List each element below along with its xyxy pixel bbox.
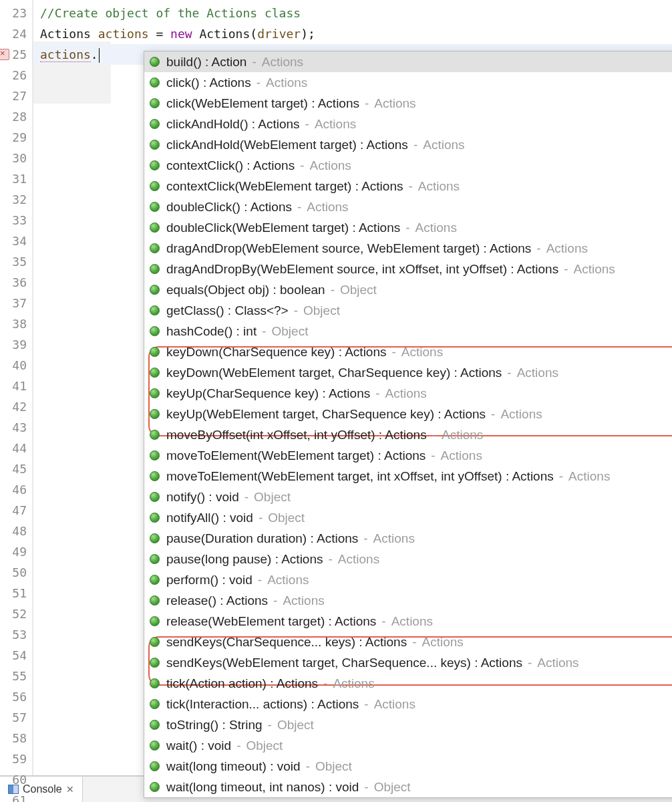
- method-icon: [150, 57, 160, 67]
- line-number: 33: [0, 210, 32, 231]
- line-number: 59: [0, 749, 32, 769]
- autocomplete-item[interactable]: contextClick() : Actions-Actions: [144, 155, 672, 176]
- autocomplete-item[interactable]: keyUp(CharSequence key) : Actions-Action…: [144, 383, 672, 404]
- line-number: 49: [0, 541, 32, 562]
- method-signature: click() : Actions: [166, 76, 251, 90]
- autocomplete-item[interactable]: dragAndDrop(WebElement source, WebElemen…: [144, 238, 672, 259]
- method-signature: toString() : String: [166, 718, 263, 732]
- autocomplete-item[interactable]: wait(long timeout) : void-Object: [144, 756, 672, 777]
- autocomplete-item[interactable]: perform() : void-Actions: [144, 569, 672, 590]
- autocomplete-item[interactable]: hashCode() : int-Object: [144, 321, 672, 342]
- autocomplete-item[interactable]: clickAndHold() : Actions-Actions: [144, 114, 672, 134]
- method-icon: [150, 450, 160, 460]
- autocomplete-item[interactable]: toString() : String-Object: [144, 714, 672, 735]
- line-number: 57: [0, 707, 32, 728]
- autocomplete-item[interactable]: moveByOffset(int xOffset, int yOffset) :…: [144, 424, 672, 445]
- method-signature: contextClick() : Actions: [166, 158, 295, 173]
- declaring-class: Object: [254, 490, 291, 505]
- autocomplete-item[interactable]: keyDown(WebElement target, CharSequence …: [144, 362, 672, 383]
- autocomplete-item[interactable]: tick(Interaction... actions) : Actions-A…: [144, 694, 672, 714]
- autocomplete-item[interactable]: contextClick(WebElement target) : Action…: [144, 176, 672, 196]
- declaring-class: Actions: [315, 117, 356, 132]
- method-signature: keyDown(CharSequence key) : Actions: [166, 345, 387, 360]
- method-signature: moveToElement(WebElement target, int xOf…: [166, 469, 554, 484]
- autocomplete-item[interactable]: pause(long pause) : Actions-Actions: [144, 549, 672, 569]
- declaring-class: Actions: [415, 221, 457, 235]
- autocomplete-item[interactable]: getClass() : Class<?>-Object: [144, 300, 672, 321]
- method-icon: [150, 160, 160, 170]
- line-number: 38: [0, 313, 32, 334]
- method-icon: [150, 637, 160, 647]
- method-icon: [150, 533, 160, 543]
- method-signature: dragAndDrop(WebElement source, WebElemen…: [166, 241, 531, 256]
- code-editor[interactable]: 2324252627282930313233343536373839404142…: [0, 0, 672, 775]
- code-line-24[interactable]: Actions actions = new Actions(driver);: [33, 23, 672, 44]
- method-signature: sendKeys(WebElement target, CharSequence…: [166, 656, 522, 670]
- method-signature: perform() : void: [166, 573, 253, 587]
- autocomplete-item[interactable]: equals(Object obj) : boolean-Object: [144, 279, 672, 300]
- autocomplete-item[interactable]: moveToElement(WebElement target) : Actio…: [144, 445, 672, 466]
- autocomplete-item[interactable]: sendKeys(WebElement target, CharSequence…: [144, 652, 672, 673]
- line-number: 29: [0, 127, 32, 148]
- line-number: 45: [0, 458, 32, 479]
- autocomplete-item[interactable]: release() : Actions-Actions: [144, 590, 672, 611]
- autocomplete-item[interactable]: doubleClick(WebElement target) : Actions…: [144, 217, 672, 238]
- method-signature: click(WebElement target) : Actions: [166, 96, 359, 111]
- method-icon: [150, 223, 160, 233]
- autocomplete-item[interactable]: tick(Action action) : Actions-Actions: [144, 673, 672, 694]
- autocomplete-item[interactable]: release(WebElement target) : Actions-Act…: [144, 611, 672, 632]
- line-number: 35: [0, 251, 32, 272]
- line-number: 53: [0, 624, 32, 645]
- line-number: 39: [0, 334, 32, 355]
- declaring-class: Actions: [374, 697, 415, 712]
- autocomplete-item[interactable]: doubleClick() : Actions-Actions: [144, 196, 672, 217]
- method-icon: [150, 326, 160, 336]
- line-number: 43: [0, 417, 32, 438]
- autocomplete-item[interactable]: keyUp(WebElement target, CharSequence ke…: [144, 404, 672, 424]
- method-icon: [150, 243, 160, 253]
- method-signature: tick(Action action) : Actions: [166, 676, 318, 691]
- declaring-class: Actions: [266, 76, 307, 90]
- autocomplete-item[interactable]: wait() : void-Object: [144, 735, 672, 756]
- autocomplete-item[interactable]: wait(long timeout, int nanos) : void-Obj…: [144, 777, 672, 797]
- autocomplete-item[interactable]: keyDown(CharSequence key) : Actions-Acti…: [144, 342, 672, 362]
- method-signature: release(WebElement target) : Actions: [166, 614, 376, 629]
- code-area[interactable]: //Create object of the Actions class Act…: [33, 0, 672, 775]
- autocomplete-item[interactable]: moveToElement(WebElement target, int xOf…: [144, 466, 672, 487]
- line-number: 52: [0, 604, 32, 624]
- declaring-class: Actions: [283, 593, 324, 608]
- line-number: 58: [0, 728, 32, 749]
- method-signature: equals(Object obj) : boolean: [166, 283, 325, 297]
- method-signature: notify() : void: [166, 490, 239, 505]
- autocomplete-item[interactable]: pause(Duration duration) : Actions-Actio…: [144, 528, 672, 549]
- line-number: 36: [0, 272, 32, 293]
- method-signature: moveToElement(WebElement target) : Actio…: [166, 448, 426, 463]
- autocomplete-popup[interactable]: build() : Action-Actionsclick() : Action…: [144, 51, 672, 798]
- autocomplete-item[interactable]: notifyAll() : void-Object: [144, 507, 672, 528]
- method-icon: [150, 388, 160, 398]
- autocomplete-item[interactable]: dragAndDropBy(WebElement source, int xOf…: [144, 259, 672, 279]
- method-icon: [150, 430, 160, 440]
- method-icon: [150, 492, 160, 502]
- autocomplete-item[interactable]: click() : Actions-Actions: [144, 72, 672, 93]
- method-icon: [150, 741, 160, 751]
- autocomplete-item[interactable]: sendKeys(CharSequence... keys) : Actions…: [144, 632, 672, 652]
- autocomplete-item[interactable]: build() : Action-Actions: [144, 51, 672, 72]
- declaring-class: Object: [374, 780, 411, 795]
- line-number: 26: [0, 65, 32, 86]
- method-signature: moveByOffset(int xOffset, int yOffset) :…: [166, 428, 427, 442]
- autocomplete-item[interactable]: clickAndHold(WebElement target) : Action…: [144, 134, 672, 155]
- declaring-class: Actions: [391, 614, 433, 629]
- code-line-23[interactable]: //Create object of the Actions class: [33, 3, 672, 23]
- method-icon: [150, 305, 160, 315]
- method-icon: [150, 140, 160, 150]
- method-icon: [150, 368, 160, 378]
- method-icon: [150, 98, 160, 108]
- autocomplete-item[interactable]: notify() : void-Object: [144, 487, 672, 507]
- declaring-class: Actions: [546, 241, 588, 256]
- declaring-class: Actions: [422, 635, 463, 650]
- method-signature: sendKeys(CharSequence... keys) : Actions: [166, 635, 407, 650]
- declaring-class: Actions: [310, 158, 351, 173]
- declaring-class: Actions: [517, 366, 558, 380]
- autocomplete-item[interactable]: click(WebElement target) : Actions-Actio…: [144, 93, 672, 114]
